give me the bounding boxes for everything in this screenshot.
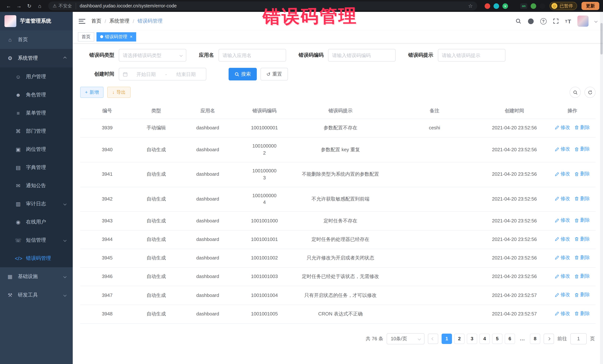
edit-link[interactable]: 修改	[555, 273, 570, 280]
page-button-4[interactable]: 4	[479, 334, 490, 344]
page-button-8[interactable]: 8	[530, 334, 540, 344]
on-badge-extension-icon[interactable]: on	[520, 3, 527, 9]
next-page-button[interactable]	[544, 334, 554, 344]
sidebar-item-user[interactable]: ☺用户管理	[0, 67, 73, 86]
edit-link[interactable]: 修改	[555, 310, 570, 317]
reload-icon[interactable]: ↻	[24, 1, 34, 11]
start-date-input[interactable]	[130, 71, 162, 77]
page-button-3[interactable]: 3	[467, 334, 477, 344]
edit-link[interactable]: 修改	[555, 292, 570, 298]
page-size-select[interactable]: 10条/页	[387, 333, 425, 344]
github-icon[interactable]	[527, 18, 534, 24]
cell-time: 2021-04-20 23:52:56	[480, 212, 549, 230]
help-icon[interactable]: ?	[540, 18, 546, 24]
profile-chip[interactable]: ☺ 已暂停	[550, 2, 577, 10]
delete-link[interactable]: 删除	[575, 124, 590, 131]
delete-link[interactable]: 删除	[575, 254, 590, 261]
sidebar-item-sms[interactable]: ☏短信管理	[0, 231, 73, 249]
search-icon[interactable]	[515, 18, 521, 24]
app-name-input[interactable]	[222, 53, 282, 58]
delete-icon	[575, 197, 579, 201]
page-button-...[interactable]: ...	[517, 334, 528, 344]
edit-link[interactable]: 修改	[555, 236, 570, 243]
edit-link[interactable]: 修改	[555, 146, 570, 153]
delete-link[interactable]: 删除	[575, 217, 590, 224]
green-check-extension-icon[interactable]: v	[502, 3, 508, 9]
add-button[interactable]: + 新增	[80, 87, 104, 98]
reset-icon: ↺	[267, 71, 270, 77]
sidebar-item-label: 通知公告	[26, 182, 66, 189]
edit-link[interactable]: 修改	[555, 217, 570, 224]
sidebar-item-dev-tool[interactable]: ⚒研发工具	[0, 286, 73, 304]
breadcrumb-system[interactable]: 系统管理	[109, 18, 129, 24]
delete-link[interactable]: 删除	[575, 310, 590, 317]
sidebar-item-label: 短信管理	[26, 237, 61, 243]
cell-actions: 修改删除	[549, 286, 596, 305]
page-button-1[interactable]: 1	[441, 334, 452, 344]
app-name-field[interactable]	[218, 49, 286, 62]
tag-home[interactable]: 首页	[78, 32, 94, 41]
security-indicator[interactable]: ⚠ 不安全	[53, 3, 76, 9]
export-button[interactable]: ↓ 导出	[107, 87, 131, 98]
refresh-table-button[interactable]	[584, 87, 596, 98]
delete-link[interactable]: 删除	[575, 236, 590, 243]
sidebar-item-system[interactable]: ⚙系统管理	[0, 49, 73, 67]
page-button-5[interactable]: 5	[492, 334, 502, 344]
update-button[interactable]: 更新	[581, 2, 599, 10]
blue-grid-extension-icon[interactable]	[511, 3, 517, 9]
prev-page-button[interactable]	[428, 334, 438, 344]
app-logo[interactable]: 芋道管理系统	[0, 12, 73, 30]
user-avatar[interactable]	[577, 16, 589, 27]
error-type-select-input[interactable]	[123, 53, 180, 58]
toggle-search-button[interactable]	[570, 87, 581, 98]
sidebar-item-home[interactable]: ⌂首页	[0, 30, 73, 49]
close-tag-icon[interactable]: ×	[130, 34, 132, 39]
tag-error-code[interactable]: 错误码管理 ×	[96, 32, 136, 41]
sidebar-item-online-user[interactable]: ◉在线用户	[0, 213, 73, 231]
sidebar-item-error-code[interactable]: </>错误码管理	[0, 249, 73, 267]
sidebar-item-dept[interactable]: ⌘部门管理	[0, 122, 73, 140]
green-leaf-extension-icon[interactable]	[531, 3, 536, 9]
error-code-input[interactable]	[332, 53, 392, 58]
sidebar-item-infra[interactable]: ▦基础设施	[0, 267, 73, 286]
page-button-6[interactable]: 6	[505, 334, 515, 344]
error-hint-input[interactable]	[442, 53, 501, 58]
sidebar-item-dict[interactable]: ▤字典管理	[0, 158, 73, 176]
sidebar-item-audit-log[interactable]: ▥审计日志	[0, 195, 73, 213]
delete-link[interactable]: 删除	[575, 146, 590, 153]
edit-link[interactable]: 修改	[555, 170, 570, 177]
teal-drop-extension-icon[interactable]	[494, 3, 499, 9]
sidebar-item-notice[interactable]: ✉通知公告	[0, 176, 73, 195]
search-button[interactable]: 搜索	[229, 68, 257, 80]
avatar-caret-down-icon[interactable]	[594, 20, 598, 23]
delete-link[interactable]: 删除	[575, 292, 590, 298]
forward-icon[interactable]: →	[14, 1, 24, 11]
goto-page-input[interactable]	[570, 333, 587, 344]
bookmark-star-icon[interactable]: ☆	[468, 3, 473, 9]
sidebar-item-menu[interactable]: ≡菜单管理	[0, 104, 73, 122]
breadcrumb-home[interactable]: 首页	[91, 18, 101, 24]
reset-button[interactable]: ↺ 重置	[260, 68, 288, 80]
page-button-2[interactable]: 2	[454, 334, 464, 344]
sidebar-item-role[interactable]: ☻角色管理	[0, 86, 73, 104]
back-icon[interactable]: ←	[4, 1, 13, 11]
red-circle-extension-icon[interactable]	[485, 3, 490, 9]
fullscreen-icon[interactable]	[553, 18, 559, 24]
delete-link[interactable]: 删除	[575, 195, 590, 202]
edit-link[interactable]: 修改	[555, 195, 570, 202]
font-size-icon[interactable]: TT	[565, 18, 571, 24]
end-date-input[interactable]	[170, 71, 202, 77]
error-hint-field[interactable]	[438, 49, 505, 62]
edit-link[interactable]: 修改	[555, 254, 570, 261]
home-icon[interactable]: ⌂	[35, 1, 45, 11]
hamburger-icon[interactable]	[79, 19, 85, 23]
dark-knot-extension-icon[interactable]	[540, 3, 545, 9]
delete-link[interactable]: 删除	[575, 170, 590, 177]
sidebar-item-post[interactable]: ▣岗位管理	[0, 140, 73, 158]
edit-link[interactable]: 修改	[555, 124, 570, 131]
date-range-picker[interactable]: -	[119, 68, 206, 80]
error-type-select[interactable]	[119, 49, 186, 62]
error-code-field[interactable]	[328, 49, 395, 62]
address-bar[interactable]: ⚠ 不安全 dashboard.yudao.iocoder.cn/system/…	[48, 1, 477, 10]
delete-link[interactable]: 删除	[575, 273, 590, 280]
